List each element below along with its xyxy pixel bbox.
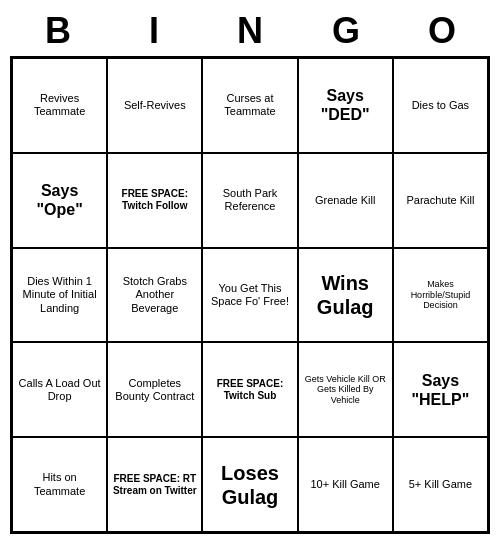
- bingo-letter-i: I: [106, 10, 202, 52]
- bingo-letter-o: O: [394, 10, 490, 52]
- bingo-cell-22[interactable]: Loses Gulag: [202, 437, 297, 532]
- bingo-cell-23[interactable]: 10+ Kill Game: [298, 437, 393, 532]
- bingo-cell-18[interactable]: Gets Vehicle Kill OR Gets Killed By Vehi…: [298, 342, 393, 437]
- bingo-letter-n: N: [202, 10, 298, 52]
- bingo-cell-24[interactable]: 5+ Kill Game: [393, 437, 488, 532]
- bingo-header: BINGO: [10, 10, 490, 52]
- bingo-cell-21[interactable]: FREE SPACE: RT Stream on Twitter: [107, 437, 202, 532]
- bingo-letter-b: B: [10, 10, 106, 52]
- bingo-cell-5[interactable]: Says "Ope": [12, 153, 107, 248]
- bingo-cell-4[interactable]: Dies to Gas: [393, 58, 488, 153]
- bingo-cell-20[interactable]: Hits on Teammate: [12, 437, 107, 532]
- bingo-cell-11[interactable]: Stotch Grabs Another Beverage: [107, 248, 202, 343]
- bingo-cell-16[interactable]: Completes Bounty Contract: [107, 342, 202, 437]
- bingo-cell-14[interactable]: Makes Horrible/Stupid Decision: [393, 248, 488, 343]
- bingo-letter-g: G: [298, 10, 394, 52]
- bingo-cell-6[interactable]: FREE SPACE: Twitch Follow: [107, 153, 202, 248]
- bingo-cell-8[interactable]: Grenade Kill: [298, 153, 393, 248]
- bingo-cell-10[interactable]: Dies Within 1 Minute of Initial Landing: [12, 248, 107, 343]
- bingo-cell-1[interactable]: Self-Revives: [107, 58, 202, 153]
- bingo-cell-3[interactable]: Says "DED": [298, 58, 393, 153]
- bingo-cell-15[interactable]: Calls A Load Out Drop: [12, 342, 107, 437]
- bingo-cell-19[interactable]: Says "HELP": [393, 342, 488, 437]
- bingo-cell-7[interactable]: South Park Reference: [202, 153, 297, 248]
- bingo-cell-2[interactable]: Curses at Teammate: [202, 58, 297, 153]
- bingo-grid: Revives TeammateSelf-RevivesCurses at Te…: [10, 56, 490, 534]
- bingo-cell-9[interactable]: Parachute Kill: [393, 153, 488, 248]
- bingo-cell-12[interactable]: You Get This Space Fo' Free!: [202, 248, 297, 343]
- bingo-cell-0[interactable]: Revives Teammate: [12, 58, 107, 153]
- bingo-cell-13[interactable]: Wins Gulag: [298, 248, 393, 343]
- bingo-cell-17[interactable]: FREE SPACE: Twitch Sub: [202, 342, 297, 437]
